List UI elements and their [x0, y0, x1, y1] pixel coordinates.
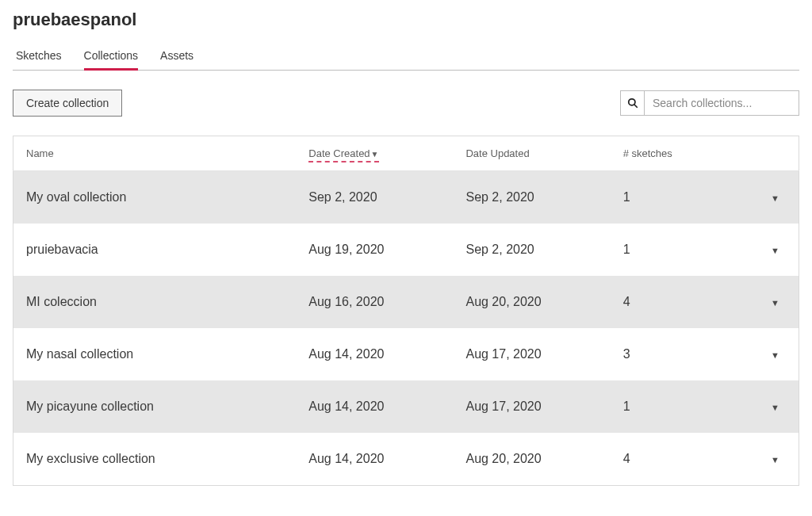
header-created-label: Date Created: [308, 147, 370, 159]
cell-date-created: Aug 14, 2020: [296, 380, 453, 433]
cell-actions: ▼: [752, 433, 799, 486]
tab-collections[interactable]: Collections: [84, 43, 138, 70]
cell-date-created: Aug 19, 2020: [296, 224, 453, 276]
tab-assets[interactable]: Assets: [160, 43, 193, 70]
cell-name: My picayune collection: [13, 380, 297, 433]
cell-sketches-count: 4: [611, 276, 752, 328]
cell-actions: ▼: [752, 276, 799, 328]
cell-date-updated: Sep 2, 2020: [453, 224, 610, 276]
cell-name: My nasal collection: [13, 328, 297, 380]
column-header-date-updated[interactable]: Date Updated: [453, 136, 610, 171]
cell-date-created: Aug 14, 2020: [296, 328, 453, 380]
column-header-name[interactable]: Name: [13, 136, 297, 171]
cell-sketches-count: 4: [611, 433, 752, 486]
chevron-down-icon[interactable]: ▼: [771, 193, 779, 203]
chevron-down-icon[interactable]: ▼: [771, 403, 779, 412]
search-icon: [620, 90, 644, 116]
cell-actions: ▼: [752, 328, 799, 380]
cell-date-updated: Aug 20, 2020: [453, 433, 610, 486]
cell-name: My oval collection: [13, 171, 297, 224]
cell-date-updated: Sep 2, 2020: [453, 171, 610, 224]
cell-actions: ▼: [752, 380, 799, 433]
table-row[interactable]: My oval collection Sep 2, 2020 Sep 2, 20…: [13, 171, 799, 224]
chevron-down-icon[interactable]: ▼: [771, 350, 779, 360]
cell-date-updated: Aug 17, 2020: [453, 380, 610, 433]
cell-actions: ▼: [752, 171, 799, 224]
toolbar: Create collection: [13, 90, 799, 117]
tabs-nav: Sketches Collections Assets: [13, 43, 799, 71]
cell-name: My exclusive collection: [13, 433, 297, 486]
chevron-down-icon[interactable]: ▼: [771, 246, 779, 255]
cell-date-updated: Aug 17, 2020: [453, 328, 610, 380]
chevron-down-icon[interactable]: ▼: [771, 298, 779, 308]
table-row[interactable]: My nasal collection Aug 14, 2020 Aug 17,…: [13, 328, 799, 380]
cell-date-created: Sep 2, 2020: [296, 171, 453, 224]
cell-sketches-count: 1: [611, 380, 752, 433]
cell-sketches-count: 1: [611, 224, 752, 276]
page-title: pruebaespanol: [13, 10, 799, 30]
cell-actions: ▼: [752, 224, 799, 276]
search-wrap: [620, 90, 799, 116]
column-header-date-created[interactable]: Date Created▼: [296, 136, 453, 171]
table-row[interactable]: My exclusive collection Aug 14, 2020 Aug…: [13, 433, 799, 486]
svg-line-1: [634, 105, 637, 108]
column-header-actions: [752, 136, 799, 171]
cell-date-updated: Aug 20, 2020: [453, 276, 610, 328]
tab-sketches[interactable]: Sketches: [16, 43, 62, 70]
table-row[interactable]: MI coleccion Aug 16, 2020 Aug 20, 2020 4…: [13, 276, 799, 328]
create-collection-button[interactable]: Create collection: [13, 90, 122, 117]
search-input[interactable]: [644, 90, 799, 116]
cell-name: MI coleccion: [13, 276, 297, 328]
cell-date-created: Aug 16, 2020: [296, 276, 453, 328]
cell-date-created: Aug 14, 2020: [296, 433, 453, 486]
cell-sketches-count: 3: [611, 328, 752, 380]
chevron-down-icon[interactable]: ▼: [771, 455, 779, 464]
table-row[interactable]: My picayune collection Aug 14, 2020 Aug …: [13, 380, 799, 433]
sort-desc-icon: ▼: [371, 150, 379, 159]
column-header-sketches[interactable]: # sketches: [611, 136, 752, 171]
cell-name: pruiebavacia: [13, 224, 297, 276]
cell-sketches-count: 1: [611, 171, 752, 224]
table-row[interactable]: pruiebavacia Aug 19, 2020 Sep 2, 2020 1 …: [13, 224, 799, 276]
collections-table: Name Date Created▼ Date Updated # sketch…: [13, 136, 799, 486]
